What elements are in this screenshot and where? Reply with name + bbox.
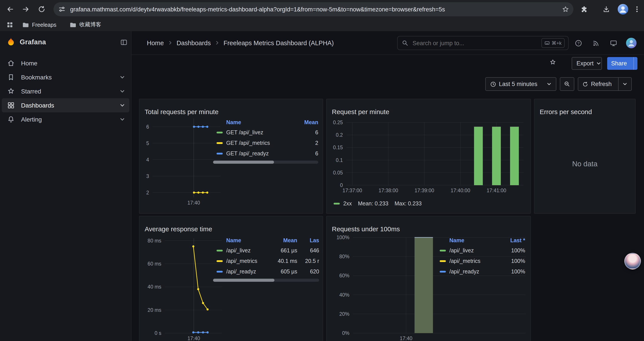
series-name[interactable]: 2xx — [343, 201, 352, 207]
series-mean: Mean: 0.233 — [358, 201, 388, 207]
bar-chart: 0%20%40%60%80%100%17:40 — [326, 216, 531, 341]
user-avatar[interactable] — [626, 37, 637, 49]
svg-text:60%: 60% — [339, 273, 350, 278]
svg-text:17:40:00: 17:40:00 — [451, 188, 470, 193]
url-bar[interactable] — [54, 2, 574, 16]
brand-name: Grafana — [20, 38, 46, 46]
breadcrumb-dashboards[interactable]: Dashboards — [176, 39, 211, 46]
help-icon[interactable]: ? — [575, 40, 582, 47]
series-name[interactable]: /api/_metrics — [226, 258, 272, 264]
series-last: 100% — [511, 269, 525, 275]
assistant-avatar[interactable] — [624, 253, 641, 269]
panel-title[interactable]: Request per minute — [332, 108, 389, 116]
svg-text:40 ms: 40 ms — [148, 284, 161, 290]
series-last: 100% — [511, 247, 525, 254]
reload-icon[interactable] — [38, 5, 46, 13]
sidebar-item-label: Dashboards — [21, 102, 54, 109]
favorite-star-icon[interactable] — [549, 59, 556, 66]
legend-row: /api/_metrics100% — [440, 256, 525, 266]
legend-col-name[interactable]: Name — [440, 237, 464, 244]
search-input[interactable] — [412, 39, 538, 47]
legend-table: NameLast * /api/_livez100% /api/_metrics… — [440, 236, 525, 277]
share-menu-button[interactable] — [634, 57, 638, 70]
panel-title[interactable]: Errors per second — [540, 108, 592, 116]
back-icon[interactable] — [6, 5, 14, 13]
bookmark-folder-freeleaps[interactable]: Freeleaps — [22, 19, 56, 31]
series-swatch — [216, 153, 223, 154]
panel-total-requests-per-minute: Total requests per minute 2345617:40 Nam… — [139, 99, 323, 214]
bookmark-folder-blogs[interactable]: 收藏博客 — [69, 19, 101, 31]
url-input[interactable] — [69, 6, 562, 13]
panel-title[interactable]: Total requests per minute — [145, 108, 218, 116]
series-mean: 40.1 ms — [272, 258, 297, 264]
legend-scrollbar[interactable] — [213, 279, 319, 282]
chevron-down-icon[interactable] — [120, 103, 125, 108]
series-name[interactable]: GET /api/_livez — [226, 129, 263, 136]
apps-grid-icon[interactable] — [6, 21, 14, 29]
series-swatch — [216, 260, 223, 262]
refresh-button[interactable]: Refresh — [578, 78, 616, 90]
series-name[interactable]: /api/_livez — [449, 247, 474, 254]
panel-title[interactable]: Requests under 100ms — [332, 225, 400, 233]
bookmark-star-icon[interactable] — [562, 6, 569, 13]
sidebar-item-alerting[interactable]: Alerting — [2, 112, 129, 126]
time-range-picker[interactable]: Last 5 minutes — [485, 77, 556, 91]
sidebar-item-starred[interactable]: Starred — [2, 84, 129, 98]
svg-text:20 ms: 20 ms — [148, 307, 161, 313]
news-rss-icon[interactable] — [592, 40, 600, 47]
sidebar-collapse-icon[interactable] — [120, 38, 128, 46]
sidebar-item-label: Bookmarks — [21, 74, 52, 81]
time-range-label: Last 5 minutes — [499, 81, 538, 87]
refresh-interval-button[interactable] — [618, 78, 632, 90]
legend-col-mean[interactable]: Mean — [272, 237, 297, 244]
sidebar-nav: Home Bookmarks Starred Dashboards — [2, 56, 129, 126]
site-info-icon[interactable] — [58, 5, 66, 13]
display-icon[interactable] — [610, 40, 617, 47]
series-name[interactable]: GET /api/_readyz — [226, 151, 269, 157]
breadcrumb-home[interactable]: Home — [147, 39, 164, 46]
forward-icon[interactable] — [22, 5, 30, 13]
chevron-down-icon[interactable] — [120, 117, 125, 122]
share-button[interactable]: Share — [607, 57, 631, 70]
svg-text:17:39:00: 17:39:00 — [414, 188, 434, 193]
extensions-icon[interactable] — [580, 5, 588, 13]
panel-title[interactable]: Average response time — [145, 225, 212, 233]
sidebar-item-home[interactable]: Home — [2, 56, 129, 70]
series-name[interactable]: /api/_readyz — [449, 269, 479, 275]
svg-text:17:41:00: 17:41:00 — [486, 188, 506, 193]
legend-col-name[interactable]: Name — [216, 119, 241, 126]
search-box[interactable]: ⌘+k — [397, 36, 568, 50]
series-name[interactable]: /api/_readyz — [226, 269, 272, 275]
folder-icon — [69, 21, 77, 29]
legend-row: GET /api/_metrics2 — [216, 138, 318, 148]
sidebar-item-bookmarks[interactable]: Bookmarks — [2, 70, 129, 84]
legend-table: NameMean GET /api/_livez6 GET /api/_metr… — [216, 118, 318, 159]
svg-text:0.2: 0.2 — [336, 132, 343, 138]
legend-scrollbar[interactable] — [213, 161, 318, 164]
refresh-label: Refresh — [591, 81, 612, 87]
chevron-down-icon[interactable] — [120, 75, 125, 80]
legend-col-last[interactable]: Last * — [510, 237, 525, 244]
legend-row: /api/_readyz605 µs620 — [216, 266, 319, 277]
legend-col-last[interactable]: Las — [297, 237, 319, 244]
series-name[interactable]: GET /api/_metrics — [226, 140, 270, 146]
legend-col-name[interactable]: Name — [216, 237, 272, 244]
legend-row: /api/_readyz100% — [440, 266, 525, 277]
legend-row: /api/_metrics40.1 ms20.5 r — [216, 256, 319, 266]
svg-text:0.1: 0.1 — [336, 157, 343, 163]
sidebar-item-dashboards[interactable]: Dashboards — [2, 98, 129, 112]
no-data-message: No data — [534, 160, 635, 168]
download-icon[interactable] — [602, 5, 610, 13]
clock-icon — [490, 81, 496, 87]
browser-menu-icon[interactable] — [633, 5, 641, 13]
legend-col-mean[interactable]: Mean — [304, 119, 318, 126]
svg-text:17:37:00: 17:37:00 — [342, 188, 362, 193]
zoom-out-button[interactable] — [560, 77, 574, 91]
chevron-right-icon — [215, 40, 220, 45]
series-name[interactable]: /api/_metrics — [449, 258, 480, 264]
chevron-down-icon[interactable] — [120, 89, 125, 94]
export-button[interactable]: Export — [572, 57, 602, 70]
grafana-logo-icon[interactable] — [6, 37, 16, 47]
browser-profile-avatar[interactable] — [617, 4, 629, 15]
series-name[interactable]: /api/_livez — [226, 247, 272, 254]
